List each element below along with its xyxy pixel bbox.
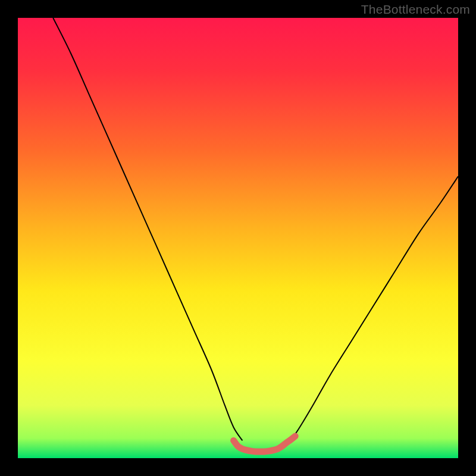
plot-svg — [18, 18, 458, 458]
watermark-text: TheBottleneck.com — [361, 2, 470, 17]
plot-area — [18, 18, 458, 458]
chart-stage: TheBottleneck.com — [0, 0, 476, 476]
